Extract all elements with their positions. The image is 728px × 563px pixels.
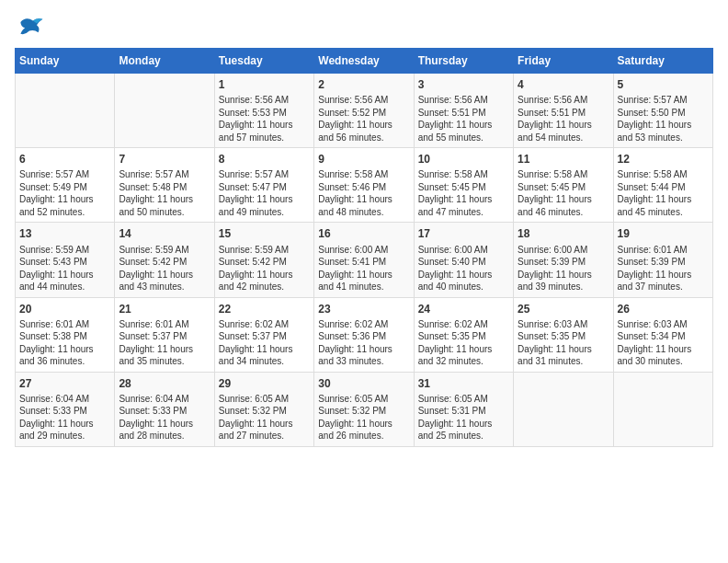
day-number: 26 <box>618 302 709 316</box>
day-info: Sunrise: 6:05 AM Sunset: 5:31 PM Dayligh… <box>418 393 509 442</box>
header-cell-monday: Monday <box>115 49 214 74</box>
calendar-cell: 29Sunrise: 6:05 AM Sunset: 5:32 PM Dayli… <box>214 372 313 446</box>
calendar-cell: 13Sunrise: 5:59 AM Sunset: 5:43 PM Dayli… <box>16 223 115 297</box>
day-info: Sunrise: 5:57 AM Sunset: 5:50 PM Dayligh… <box>618 94 709 144</box>
header-cell-thursday: Thursday <box>414 49 513 74</box>
day-info: Sunrise: 5:59 AM Sunset: 5:42 PM Dayligh… <box>219 244 310 293</box>
day-number: 5 <box>618 77 709 92</box>
day-number: 9 <box>318 152 409 167</box>
header-cell-saturday: Saturday <box>613 49 712 74</box>
day-number: 27 <box>19 376 110 391</box>
day-number: 24 <box>418 302 509 316</box>
calendar-cell: 3Sunrise: 5:56 AM Sunset: 5:51 PM Daylig… <box>414 74 513 148</box>
day-info: Sunrise: 5:59 AM Sunset: 5:42 PM Dayligh… <box>119 244 210 293</box>
day-info: Sunrise: 6:04 AM Sunset: 5:33 PM Dayligh… <box>119 393 210 442</box>
day-number: 11 <box>518 152 609 167</box>
day-info: Sunrise: 5:58 AM Sunset: 5:46 PM Dayligh… <box>318 168 409 218</box>
day-info: Sunrise: 6:00 AM Sunset: 5:41 PM Dayligh… <box>318 244 409 293</box>
day-info: Sunrise: 5:58 AM Sunset: 5:44 PM Dayligh… <box>618 168 709 218</box>
calendar-cell: 11Sunrise: 5:58 AM Sunset: 5:45 PM Dayli… <box>514 148 613 223</box>
calendar-cell: 25Sunrise: 6:03 AM Sunset: 5:35 PM Dayli… <box>514 297 613 372</box>
calendar-cell: 14Sunrise: 5:59 AM Sunset: 5:42 PM Dayli… <box>115 223 214 297</box>
calendar-table: SundayMondayTuesdayWednesdayThursdayFrid… <box>15 48 713 447</box>
day-info: Sunrise: 6:05 AM Sunset: 5:32 PM Dayligh… <box>219 393 310 442</box>
day-number: 18 <box>518 226 609 241</box>
calendar-cell <box>613 372 712 446</box>
calendar-cell: 27Sunrise: 6:04 AM Sunset: 5:33 PM Dayli… <box>16 372 115 446</box>
header-cell-sunday: Sunday <box>16 49 115 74</box>
calendar-cell: 17Sunrise: 6:00 AM Sunset: 5:40 PM Dayli… <box>414 223 513 297</box>
week-row-1: 1Sunrise: 5:56 AM Sunset: 5:53 PM Daylig… <box>16 74 713 148</box>
day-info: Sunrise: 6:01 AM Sunset: 5:39 PM Dayligh… <box>618 244 709 293</box>
day-number: 8 <box>219 152 310 167</box>
week-row-2: 6Sunrise: 5:57 AM Sunset: 5:49 PM Daylig… <box>16 148 713 223</box>
page-header <box>15 15 713 40</box>
calendar-cell: 22Sunrise: 6:02 AM Sunset: 5:37 PM Dayli… <box>214 297 313 372</box>
calendar-cell: 8Sunrise: 5:57 AM Sunset: 5:47 PM Daylig… <box>214 148 313 223</box>
day-info: Sunrise: 5:57 AM Sunset: 5:49 PM Dayligh… <box>19 168 110 218</box>
day-number: 28 <box>119 376 210 391</box>
calendar-cell: 9Sunrise: 5:58 AM Sunset: 5:46 PM Daylig… <box>314 148 414 223</box>
calendar-cell <box>115 74 214 148</box>
calendar-cell: 4Sunrise: 5:56 AM Sunset: 5:51 PM Daylig… <box>514 74 613 148</box>
logo-icon <box>15 15 44 40</box>
day-info: Sunrise: 5:58 AM Sunset: 5:45 PM Dayligh… <box>518 168 609 218</box>
day-info: Sunrise: 5:56 AM Sunset: 5:53 PM Dayligh… <box>219 94 310 144</box>
calendar-cell: 15Sunrise: 5:59 AM Sunset: 5:42 PM Dayli… <box>214 223 313 297</box>
day-info: Sunrise: 5:57 AM Sunset: 5:48 PM Dayligh… <box>119 168 210 218</box>
calendar-header: SundayMondayTuesdayWednesdayThursdayFrid… <box>16 49 713 74</box>
logo <box>15 15 48 40</box>
day-number: 2 <box>318 77 409 92</box>
calendar-cell: 21Sunrise: 6:01 AM Sunset: 5:37 PM Dayli… <box>115 297 214 372</box>
day-number: 21 <box>119 302 210 316</box>
calendar-cell: 16Sunrise: 6:00 AM Sunset: 5:41 PM Dayli… <box>314 223 414 297</box>
calendar-cell: 24Sunrise: 6:02 AM Sunset: 5:35 PM Dayli… <box>414 297 513 372</box>
calendar-cell: 10Sunrise: 5:58 AM Sunset: 5:45 PM Dayli… <box>414 148 513 223</box>
header-cell-tuesday: Tuesday <box>214 49 313 74</box>
day-number: 3 <box>418 77 509 92</box>
header-row: SundayMondayTuesdayWednesdayThursdayFrid… <box>16 49 713 74</box>
day-number: 30 <box>318 376 409 391</box>
day-number: 6 <box>19 152 110 167</box>
calendar-cell: 20Sunrise: 6:01 AM Sunset: 5:38 PM Dayli… <box>16 297 115 372</box>
day-number: 17 <box>418 226 509 241</box>
day-info: Sunrise: 6:00 AM Sunset: 5:39 PM Dayligh… <box>518 244 609 293</box>
calendar-cell: 7Sunrise: 5:57 AM Sunset: 5:48 PM Daylig… <box>115 148 214 223</box>
header-cell-friday: Friday <box>514 49 613 74</box>
day-info: Sunrise: 6:00 AM Sunset: 5:40 PM Dayligh… <box>418 244 509 293</box>
day-number: 16 <box>318 226 409 241</box>
day-info: Sunrise: 6:02 AM Sunset: 5:37 PM Dayligh… <box>219 318 310 368</box>
calendar-cell: 23Sunrise: 6:02 AM Sunset: 5:36 PM Dayli… <box>314 297 414 372</box>
day-info: Sunrise: 6:03 AM Sunset: 5:35 PM Dayligh… <box>518 318 609 368</box>
day-number: 19 <box>618 226 709 241</box>
day-number: 7 <box>119 152 210 167</box>
day-number: 14 <box>119 226 210 241</box>
day-number: 12 <box>618 152 709 167</box>
day-info: Sunrise: 5:59 AM Sunset: 5:43 PM Dayligh… <box>19 244 110 293</box>
calendar-body: 1Sunrise: 5:56 AM Sunset: 5:53 PM Daylig… <box>16 74 713 447</box>
day-number: 13 <box>19 226 110 241</box>
calendar-cell: 19Sunrise: 6:01 AM Sunset: 5:39 PM Dayli… <box>613 223 712 297</box>
calendar-cell <box>514 372 613 446</box>
calendar-cell: 12Sunrise: 5:58 AM Sunset: 5:44 PM Dayli… <box>613 148 712 223</box>
day-info: Sunrise: 5:57 AM Sunset: 5:47 PM Dayligh… <box>219 168 310 218</box>
day-info: Sunrise: 6:05 AM Sunset: 5:32 PM Dayligh… <box>318 393 409 442</box>
day-info: Sunrise: 6:02 AM Sunset: 5:35 PM Dayligh… <box>418 318 509 368</box>
day-number: 22 <box>219 302 310 316</box>
day-info: Sunrise: 5:56 AM Sunset: 5:51 PM Dayligh… <box>518 94 609 144</box>
day-info: Sunrise: 6:03 AM Sunset: 5:34 PM Dayligh… <box>618 318 709 368</box>
calendar-cell: 28Sunrise: 6:04 AM Sunset: 5:33 PM Dayli… <box>115 372 214 446</box>
day-info: Sunrise: 6:01 AM Sunset: 5:37 PM Dayligh… <box>119 318 210 368</box>
calendar-cell: 5Sunrise: 5:57 AM Sunset: 5:50 PM Daylig… <box>613 74 712 148</box>
day-info: Sunrise: 5:56 AM Sunset: 5:52 PM Dayligh… <box>318 94 409 144</box>
day-number: 1 <box>219 77 310 92</box>
week-row-5: 27Sunrise: 6:04 AM Sunset: 5:33 PM Dayli… <box>16 372 713 446</box>
day-number: 15 <box>219 226 310 241</box>
calendar-cell: 6Sunrise: 5:57 AM Sunset: 5:49 PM Daylig… <box>16 148 115 223</box>
calendar-cell <box>16 74 115 148</box>
calendar-cell: 2Sunrise: 5:56 AM Sunset: 5:52 PM Daylig… <box>314 74 414 148</box>
day-number: 4 <box>518 77 609 92</box>
day-number: 31 <box>418 376 509 391</box>
calendar-cell: 1Sunrise: 5:56 AM Sunset: 5:53 PM Daylig… <box>214 74 313 148</box>
day-number: 20 <box>19 302 110 316</box>
